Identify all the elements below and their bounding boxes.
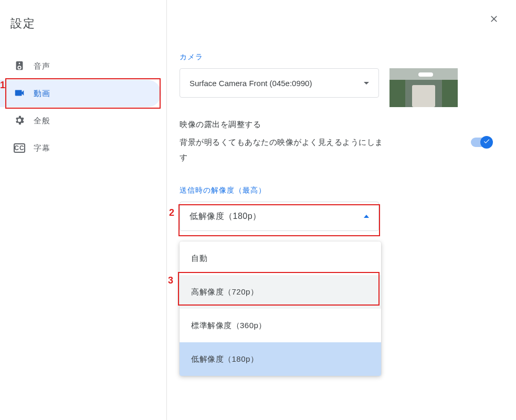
resolution-option-720p[interactable]: 高解像度（720p） — [180, 275, 381, 309]
camera-section-label: カメラ — [180, 52, 492, 62]
gear-icon — [14, 114, 25, 128]
sidebar-item-video[interactable]: 動画 — [0, 80, 161, 107]
exposure-title: 映像の露出を調整する — [180, 120, 389, 130]
option-label: 自動 — [191, 254, 207, 264]
sidebar-item-label: 音声 — [34, 61, 50, 71]
exposure-description: 背景が明るくてもあなたの映像がよく見えるようにします — [180, 135, 389, 165]
sidebar-item-general[interactable]: 全般 — [0, 107, 161, 134]
option-label: 低解像度（180p） — [191, 354, 258, 364]
speaker-icon — [14, 60, 25, 73]
resolution-option-360p[interactable]: 標準解像度（360p） — [180, 309, 381, 342]
camera-icon — [14, 87, 25, 100]
check-icon — [483, 138, 490, 147]
settings-title: 設定 — [0, 10, 166, 52]
resolution-dropdown: 自動 高解像度（720p） 標準解像度（360p） 低解像度（180p） — [180, 242, 381, 376]
option-label: 高解像度（720p） — [191, 287, 258, 297]
sidebar-item-label: 字幕 — [34, 143, 50, 153]
sidebar-item-label: 全般 — [34, 116, 50, 126]
chevron-up-icon — [364, 215, 369, 218]
camera-select[interactable]: Surface Camera Front (045e:0990) — [180, 68, 379, 98]
resolution-section-label: 送信時の解像度（最高） — [180, 186, 492, 195]
camera-select-value: Surface Camera Front (045e:0990) — [189, 79, 312, 88]
chevron-down-icon — [364, 82, 369, 85]
toggle-knob — [480, 136, 493, 149]
sidebar-item-audio[interactable]: 音声 — [0, 52, 161, 80]
sidebar: 設定 音声 動画 全般 CC 字幕 — [0, 0, 167, 420]
sidebar-item-label: 動画 — [34, 89, 50, 99]
cc-icon: CC — [14, 143, 25, 153]
sidebar-item-captions[interactable]: CC 字幕 — [0, 134, 161, 162]
exposure-toggle[interactable] — [471, 138, 492, 147]
resolution-select-value: 低解像度（180p） — [189, 211, 261, 222]
resolution-select[interactable]: 低解像度（180p） — [180, 202, 379, 231]
content-panel: カメラ Surface Camera Front (045e:0990) 映像の… — [167, 0, 516, 420]
option-label: 標準解像度（360p） — [191, 321, 267, 331]
resolution-option-auto[interactable]: 自動 — [180, 242, 381, 275]
resolution-option-180p[interactable]: 低解像度（180p） — [180, 342, 381, 376]
camera-preview — [389, 68, 458, 107]
